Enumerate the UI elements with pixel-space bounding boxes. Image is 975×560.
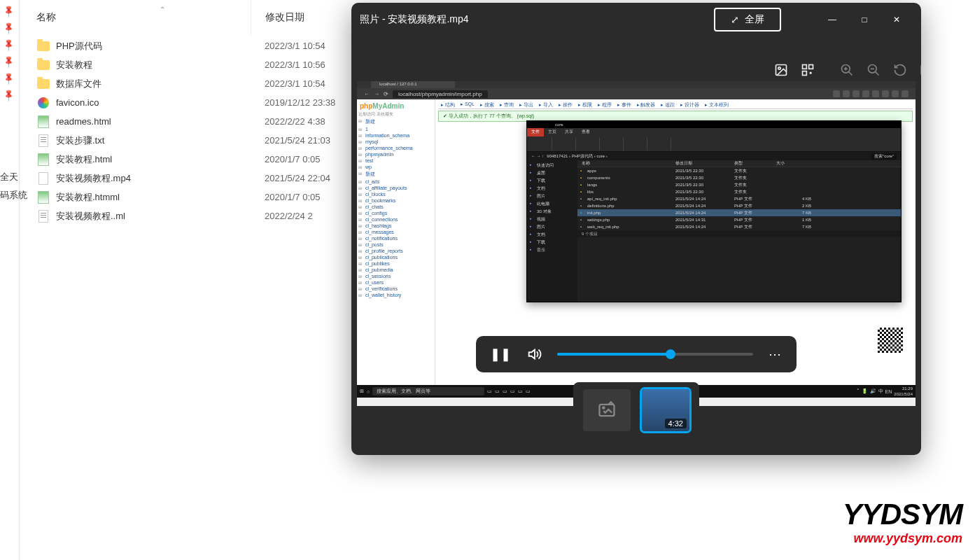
file-list: PHP源代码2022/3/1 10:54安装教程2022/3/1 10:56数据… [20, 36, 391, 225]
reload-icon: ⟳ [384, 91, 388, 97]
file-row[interactable]: 安装视频教程.mp42021/5/24 22:04 [20, 169, 391, 188]
browser-addressbar: ← → ⟳ localhost/phpmyadmin/import.php [357, 88, 916, 99]
strip-item-image[interactable] [583, 389, 631, 431]
svg-rect-3 [809, 65, 813, 69]
file-row[interactable]: 安装教程.htmml2020/1/7 0:05 [20, 188, 391, 206]
pin-icon: 📌 [2, 54, 18, 70]
pause-button[interactable]: ❚❚ [490, 346, 511, 362]
gallery-icon[interactable] [774, 58, 788, 82]
apps-icon[interactable] [801, 58, 815, 82]
folder-icon [36, 77, 50, 91]
edit-image-icon[interactable] [920, 58, 921, 82]
window-title: 照片 - 安装视频教程.mp4 [360, 13, 469, 26]
txt-icon [36, 209, 50, 223]
strip-item-video[interactable]: 4:32 [642, 389, 689, 431]
file-row[interactable]: 安装教程.html2020/1/7 0:05 [20, 150, 391, 169]
file-row[interactable]: readmes.html2022/2/22 4:38 [20, 112, 391, 131]
breadcrumb: ← → ↑904817421 › PHP源代码 › core › 搜索"core… [527, 152, 901, 160]
close-button[interactable]: ✕ [881, 8, 913, 31]
txt-icon [36, 134, 50, 148]
inner-nav: 快速访问桌面下载文档图片此电脑3D 对象视频图片文档下载音乐 [527, 160, 577, 302]
file-row[interactable]: 安装步骤.txt2021/5/24 21:03 [20, 131, 391, 150]
qr-code [876, 326, 904, 354]
sort-indicator-icon: ⌃ [160, 6, 165, 13]
back-icon: ← [364, 91, 370, 97]
svg-rect-2 [803, 65, 807, 69]
start-icon: ⊞ [360, 388, 364, 394]
mp4-icon [36, 172, 50, 186]
zoom-in-icon[interactable] [840, 58, 854, 82]
minimize-button[interactable]: — [816, 8, 848, 31]
inner-statusbar: 9 个项目 [577, 230, 901, 237]
zoom-out-icon[interactable] [867, 58, 881, 82]
browser-tabbar: localhost / 127.0.0.1 [357, 81, 916, 88]
inner-search: 搜索"core" [871, 153, 897, 160]
rotate-icon[interactable] [893, 58, 907, 82]
pin-icon: 📌 [2, 20, 18, 36]
maximize-button[interactable]: □ [848, 8, 881, 31]
html-icon [36, 190, 50, 204]
forward-icon: → [374, 91, 379, 97]
fullscreen-button[interactable]: ⤢ 全屏 [714, 8, 781, 31]
column-name[interactable]: 名称 [20, 11, 251, 24]
file-row[interactable]: 安装视频教程..ml2022/2/24 2 [20, 206, 391, 225]
strip-time-badge: 4:32 [665, 419, 687, 428]
ribbon: 文件主页共享查看 [527, 128, 901, 152]
file-row[interactable]: 安装教程2022/3/1 10:56 [20, 55, 391, 74]
url-text: localhost/phpmyadmin/import.php [393, 90, 488, 98]
file-row[interactable]: 数据库文件2022/3/1 10:54 [20, 74, 391, 93]
seek-slider[interactable] [557, 353, 753, 356]
pin-icon: 📌 [2, 37, 18, 53]
ico-icon [36, 96, 50, 110]
video-playbar[interactable]: ❚❚ ⋯ [476, 336, 797, 372]
extension-icons [492, 90, 909, 97]
file-row[interactable]: favicon.ico2019/12/12 23:38 [20, 93, 391, 112]
playbar-more-button[interactable]: ⋯ [769, 346, 783, 362]
inner-explorer-window: core 文件主页共享查看 ← → ↑904817421 › PHP源代码 › … [526, 120, 902, 302]
pma-tabs: ▸ 结构▸ SQL▸ 搜索▸ 查询▸ 导出▸ 导入▸ 操作▸ 权限▸ 程序▸ 事… [438, 101, 913, 109]
svg-point-1 [778, 67, 780, 69]
taskbar-search: 搜索应用、文档、网页等 [372, 387, 484, 396]
browser-tab: localhost / 127.0.0.1 [371, 81, 455, 88]
phpmyadmin-logo: phpMyAdmin [358, 101, 433, 111]
file-row[interactable]: PHP源代码2022/3/1 10:54 [20, 36, 391, 55]
html-icon [36, 115, 50, 129]
html-icon [36, 153, 50, 167]
pin-icon: 📌 [2, 71, 18, 87]
pin-icon: 📌 [2, 88, 18, 104]
svg-rect-4 [803, 71, 807, 76]
seek-thumb[interactable] [666, 349, 675, 359]
folder-icon [36, 39, 50, 53]
fullscreen-icon: ⤢ [731, 14, 739, 25]
media-strip: 4:32 [573, 382, 699, 438]
photos-app-window: 照片 - 安装视频教程.mp4 ⤢ 全屏 — □ ✕ [351, 3, 921, 455]
seek-fill [557, 353, 671, 356]
inner-file-list: 名称修改日期类型大小 apps2021/3/5 22:30文件夹componen… [577, 160, 901, 302]
titlebar[interactable]: 照片 - 安装视频教程.mp4 ⤢ 全屏 — □ ✕ [351, 3, 921, 36]
pin-icon: 📌 [2, 4, 18, 20]
svg-point-5 [810, 72, 811, 74]
explorer-pin-strip: 📌 📌 📌 📌 📌 📌 [0, 0, 20, 560]
inner-title: core [527, 121, 901, 128]
explorer-column-headers[interactable]: ⌃ 名称 修改日期 [20, 0, 391, 35]
svg-point-11 [603, 407, 604, 408]
volume-button[interactable] [526, 346, 542, 362]
watermark: YYDSYM www.yydsym.com [843, 498, 962, 546]
folder-icon [36, 58, 50, 72]
phpmyadmin-sidebar: phpMyAdmin 近期访问 表收藏夹 新建1information_sche… [357, 99, 435, 385]
